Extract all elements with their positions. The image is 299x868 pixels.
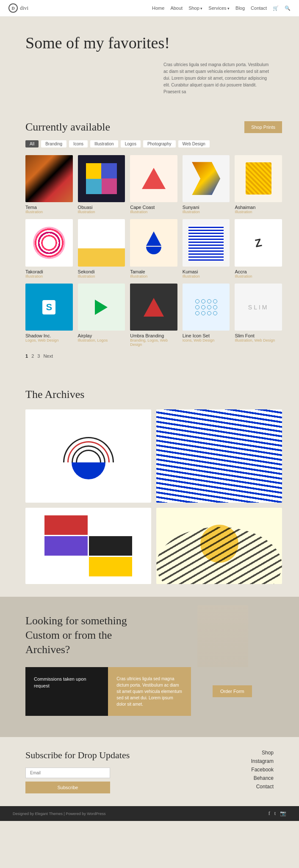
nav-links: Home About Shop Services Blog Contact 🛒 … bbox=[152, 6, 291, 11]
product-cat-sunyani: Illustration bbox=[183, 210, 230, 214]
custom-card-commissions: Commissions taken upon request bbox=[25, 667, 108, 716]
footer-bar: Designed by Elegant Themes | Powered by … bbox=[0, 806, 299, 821]
search-icon[interactable]: 🔍 bbox=[285, 6, 291, 11]
product-name-ashaiman: Ashaiman bbox=[235, 205, 282, 210]
footer-link-instagram[interactable]: Instagram bbox=[251, 758, 274, 764]
nav-contact[interactable]: Contact bbox=[251, 6, 267, 11]
product-name-accra: Accra bbox=[235, 269, 282, 274]
product-card-tema[interactable]: Tema Illustration bbox=[25, 155, 73, 214]
logo[interactable]: D divi bbox=[8, 3, 28, 13]
product-thumb-cape bbox=[130, 155, 177, 203]
footer-link-contact[interactable]: Contact bbox=[251, 784, 274, 790]
product-name-kumasi: Kumasi bbox=[183, 269, 230, 274]
description-text: Cras ultricies ligula sed magna dictum p… bbox=[116, 676, 182, 707]
filter-tab-all[interactable]: All bbox=[25, 140, 39, 147]
product-thumb-kumasi bbox=[183, 219, 230, 267]
product-card-sekondi[interactable]: Sekondi Illustration bbox=[78, 219, 125, 278]
instagram-icon[interactable]: 📷 bbox=[280, 810, 286, 817]
product-card-tamale[interactable]: Tamale Illustration bbox=[130, 219, 177, 278]
archive-image-4[interactable] bbox=[156, 508, 282, 584]
subscribe-title: Subscribe for Drop Updates bbox=[25, 750, 251, 761]
product-card-line[interactable]: Line Icon Set Icons, Web Design bbox=[183, 284, 230, 347]
product-cat-obuasi: Illustration bbox=[78, 210, 125, 214]
product-name-slim: Slim Font bbox=[235, 333, 282, 338]
product-card-ashaiman[interactable]: Ashaiman Illustration bbox=[235, 155, 282, 214]
product-name-umbra: Umbra Branding bbox=[130, 333, 177, 338]
product-cat-umbra: Branding, Logos, Web Design bbox=[130, 338, 177, 347]
custom-section: Looking for something Custom or from the… bbox=[0, 597, 299, 737]
product-cat-cape: Illustration bbox=[130, 210, 177, 214]
filter-tabs: All Branding Icons Illustration Logos Ph… bbox=[25, 140, 282, 147]
pagination: 1 2 3 Next bbox=[25, 353, 282, 359]
product-cat-line: Icons, Web Design bbox=[183, 338, 230, 342]
shop-prints-button[interactable]: Shop Prints bbox=[244, 121, 282, 133]
email-input[interactable] bbox=[25, 768, 110, 778]
product-name-obuasi: Obuasi bbox=[78, 205, 125, 210]
logo-text: divi bbox=[20, 5, 28, 11]
product-name-takoradi: Takoradi bbox=[25, 269, 73, 274]
filter-tab-photography[interactable]: Photography bbox=[143, 140, 176, 147]
product-name-cape: Cape Coast bbox=[130, 205, 177, 210]
page-2[interactable]: 2 bbox=[31, 353, 34, 359]
subscribe-button[interactable]: Subscribe bbox=[25, 782, 110, 793]
product-thumb-ashaiman bbox=[235, 155, 282, 203]
nav-shop[interactable]: Shop bbox=[188, 6, 202, 11]
product-name-sekondi: Sekondi bbox=[78, 269, 125, 274]
product-card-takoradi[interactable]: Takoradi Illustration bbox=[25, 219, 73, 278]
product-card-kumasi[interactable]: Kumasi Illustration bbox=[183, 219, 230, 278]
footer-link-facebook[interactable]: Facebook bbox=[251, 767, 274, 773]
filter-tab-branding[interactable]: Branding bbox=[41, 140, 66, 147]
product-cat-ashaiman: Illustration bbox=[235, 210, 282, 214]
archive-image-2[interactable] bbox=[156, 409, 282, 503]
product-card-slim[interactable]: SLIM Slim Font Illustration, Web Design bbox=[235, 284, 282, 347]
subscribe-column: Subscribe for Drop Updates Subscribe bbox=[25, 750, 251, 793]
filter-tab-illustration[interactable]: Illustration bbox=[90, 140, 118, 147]
bottom-section: Subscribe for Drop Updates Subscribe Sho… bbox=[0, 737, 299, 806]
product-card-sunyani[interactable]: Sunyani Illustration bbox=[183, 155, 230, 214]
order-form-button[interactable]: Order Form bbox=[213, 685, 252, 697]
archive-image-3[interactable] bbox=[25, 508, 151, 584]
commissions-text: Commissions taken upon request bbox=[34, 676, 100, 690]
filter-tab-icons[interactable]: Icons bbox=[69, 140, 88, 147]
nav-services[interactable]: Services bbox=[208, 6, 230, 11]
custom-title: Looking for something Custom or from the… bbox=[25, 614, 144, 657]
product-name-tamale: Tamale bbox=[130, 269, 177, 274]
footer-bar-text: Designed by Elegant Themes | Powered by … bbox=[13, 812, 106, 816]
product-card-shadow[interactable]: S Shadow Inc. Logos, Web Design bbox=[25, 284, 73, 347]
product-thumb-takoradi bbox=[25, 219, 73, 267]
hero-section: Some of my favorites! Cras ultricies lig… bbox=[0, 17, 299, 108]
page-next[interactable]: Next bbox=[43, 353, 53, 359]
nav-blog[interactable]: Blog bbox=[235, 6, 245, 11]
archive-image-1[interactable] bbox=[25, 409, 151, 503]
nav-about[interactable]: About bbox=[170, 6, 183, 11]
cart-icon[interactable]: 🛒 bbox=[273, 6, 279, 11]
product-cat-accra: Illustration bbox=[235, 274, 282, 278]
facebook-icon[interactable]: f bbox=[269, 810, 270, 817]
footer-link-shop[interactable]: Shop bbox=[251, 750, 274, 756]
product-card-accra[interactable]: Z Accra Illustration bbox=[235, 219, 282, 278]
product-cat-slim: Illustration, Web Design bbox=[235, 338, 282, 342]
hero-body: Cras ultricies ligula sed magna dictum p… bbox=[163, 61, 274, 95]
filter-tab-webdesign[interactable]: Web Design bbox=[178, 140, 210, 147]
footer-link-behance[interactable]: Behance bbox=[251, 775, 274, 781]
product-name-line: Line Icon Set bbox=[183, 333, 230, 338]
page-1[interactable]: 1 bbox=[25, 353, 28, 359]
product-card-cape[interactable]: Cape Coast Illustration bbox=[130, 155, 177, 214]
product-cat-sekondi: Illustration bbox=[78, 274, 125, 278]
product-cat-tema: Illustration bbox=[25, 210, 73, 214]
product-thumb-slim: SLIM bbox=[235, 284, 282, 331]
product-thumb-shadow: S bbox=[25, 284, 73, 331]
product-name-tema: Tema bbox=[25, 205, 73, 210]
custom-card-description: Cras ultricies ligula sed magna dictum p… bbox=[108, 667, 191, 716]
archives-grid bbox=[25, 409, 282, 584]
product-cat-kumasi: Illustration bbox=[183, 274, 230, 278]
product-thumb-umbra bbox=[130, 284, 177, 331]
product-card-umbra[interactable]: Umbra Branding Branding, Logos, Web Desi… bbox=[130, 284, 177, 347]
nav-home[interactable]: Home bbox=[152, 6, 164, 11]
product-thumb-airplay bbox=[78, 284, 125, 331]
product-card-obuasi[interactable]: Obuasi Illustration bbox=[78, 155, 125, 214]
page-3[interactable]: 3 bbox=[37, 353, 40, 359]
filter-tab-logos[interactable]: Logos bbox=[121, 140, 141, 147]
product-card-airplay[interactable]: Airplay Illustration, Logos bbox=[78, 284, 125, 347]
twitter-icon[interactable]: t bbox=[274, 810, 276, 817]
